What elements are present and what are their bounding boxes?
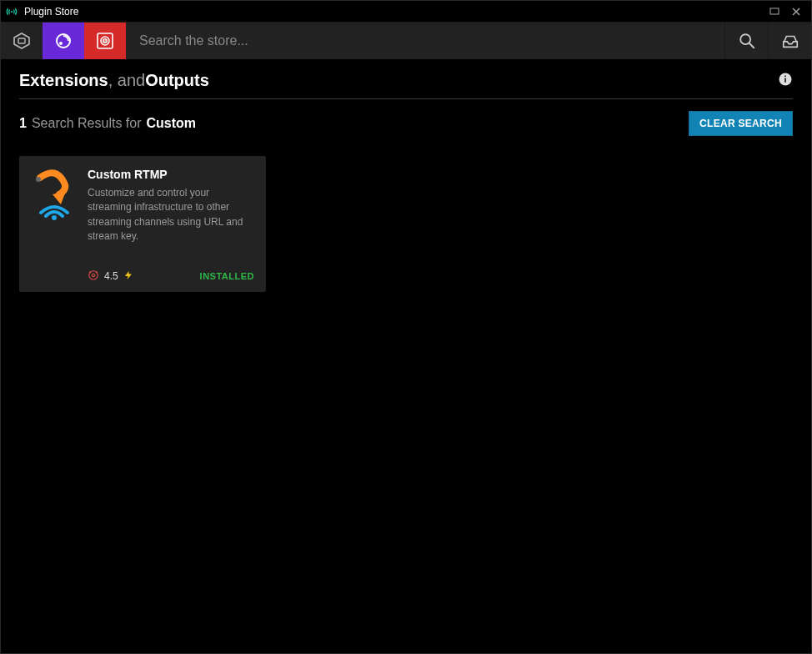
- nav-extensions-button[interactable]: [43, 23, 84, 59]
- plugin-status: INSTALLED: [200, 271, 254, 281]
- svg-point-17: [52, 215, 57, 220]
- page-title-part1: Extensions: [19, 71, 108, 90]
- nav-outputs-button[interactable]: [84, 23, 126, 59]
- results-label: Search Results for: [32, 116, 142, 131]
- toolbar: [1, 23, 811, 59]
- svg-point-16: [36, 177, 41, 182]
- search-input[interactable]: [138, 33, 724, 49]
- search-button[interactable]: [724, 23, 768, 59]
- svg-marker-15: [53, 191, 66, 204]
- svg-line-11: [749, 43, 754, 48]
- plugin-rating-value: 4.5: [104, 270, 118, 282]
- titlebar: Plugin Store: [1, 1, 811, 23]
- page-title-part2: Outputs: [145, 71, 209, 90]
- svg-point-9: [104, 40, 106, 42]
- window: Plugin Store: [0, 0, 812, 654]
- clear-search-button[interactable]: CLEAR SEARCH: [689, 111, 793, 136]
- plugin-card-footer: 4.5 INSTALLED: [31, 269, 254, 284]
- plugin-card-top: Custom RTMP Customize and control your s…: [31, 168, 254, 244]
- page-header: Extensions , and Outputs: [19, 71, 793, 99]
- window-title: Plugin Store: [24, 6, 78, 18]
- plugin-card-body: Custom RTMP Customize and control your s…: [88, 168, 254, 244]
- plugin-icon: [31, 168, 78, 244]
- nav-sources-button[interactable]: [1, 23, 43, 59]
- results-summary: 1 Search Results for Custom CLEAR SEARCH: [19, 111, 793, 136]
- page-title-sep: , and: [108, 71, 145, 90]
- info-icon[interactable]: [778, 72, 793, 90]
- inbox-button[interactable]: [768, 23, 811, 59]
- content: Extensions , and Outputs 1 Search Result…: [1, 59, 811, 653]
- window-controls: [768, 5, 808, 18]
- svg-marker-2: [14, 33, 29, 48]
- results-grid: Custom RTMP Customize and control your s…: [19, 156, 793, 292]
- results-count: 1: [19, 116, 27, 131]
- plugin-title: Custom RTMP: [88, 168, 254, 181]
- svg-rect-3: [18, 38, 25, 43]
- svg-point-5: [59, 42, 63, 45]
- svg-point-0: [11, 10, 13, 12]
- svg-rect-1: [770, 8, 779, 14]
- svg-marker-22: [125, 271, 132, 279]
- rating-badge-icon: [88, 269, 99, 284]
- results-term: Custom: [147, 116, 197, 131]
- plugin-rating: 4.5: [88, 269, 133, 284]
- app-logo-icon: [4, 4, 19, 19]
- bolt-icon: [123, 270, 133, 283]
- plugin-description: Customize and control your streaming inf…: [88, 186, 254, 244]
- search-input-wrap: [126, 23, 724, 59]
- svg-point-19: [92, 274, 95, 277]
- close-icon[interactable]: [789, 5, 803, 18]
- plugin-card[interactable]: Custom RTMP Customize and control your s…: [19, 156, 266, 292]
- minimize-icon[interactable]: [768, 5, 781, 18]
- svg-rect-14: [784, 75, 786, 77]
- svg-rect-13: [784, 78, 786, 82]
